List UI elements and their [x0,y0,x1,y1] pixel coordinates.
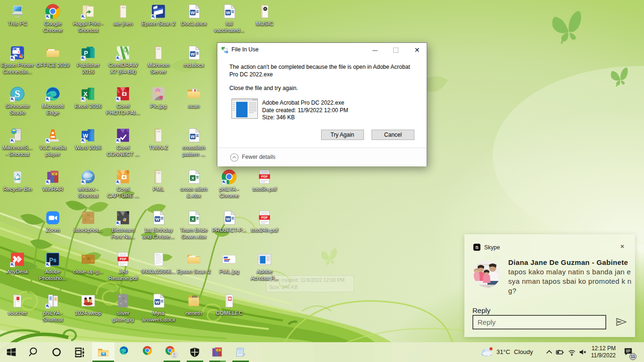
svg-text:S: S [475,245,479,250]
